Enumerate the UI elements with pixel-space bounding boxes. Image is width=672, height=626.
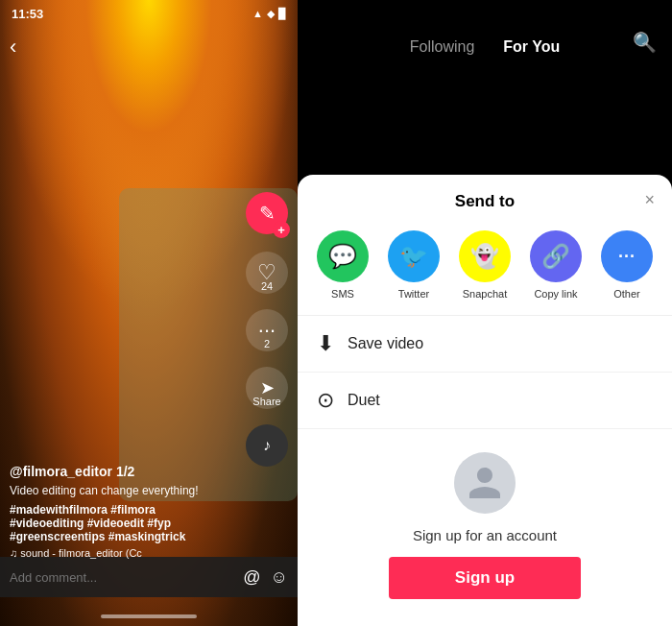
signup-button[interactable]: Sign up [389, 557, 581, 599]
back-button[interactable]: ‹ [10, 35, 16, 60]
video-description: Video editing can change everything! [10, 483, 240, 499]
share-sms[interactable]: 💬 SMS [314, 230, 372, 300]
wifi-icon: ▲ [252, 8, 263, 19]
share-other[interactable]: ··· Other [598, 230, 656, 300]
music-info: ♫ sound - filmora_editor (Cc [10, 547, 240, 559]
snapchat-label: Snapchat [463, 288, 507, 300]
user-silhouette-icon [466, 464, 504, 502]
duet-label: Duet [348, 392, 380, 409]
comment-input[interactable] [10, 570, 235, 585]
save-video-icon: ⬇ [317, 331, 334, 356]
other-label: Other [613, 288, 640, 300]
tab-for-you[interactable]: For You [503, 38, 560, 56]
edit-wrapper: ✎ + [246, 192, 288, 234]
sticker-icon[interactable]: ☺ [271, 567, 288, 588]
share-options-row: 💬 SMS 🐦 Twitter 👻 Snapchat 🔗 Copy link ·… [298, 223, 672, 315]
avatar-placeholder [454, 452, 516, 514]
twitter-label: Twitter [398, 288, 429, 300]
status-time: 11:53 [12, 7, 43, 21]
tab-following[interactable]: Following [410, 38, 475, 56]
save-video-label: Save video [348, 335, 423, 352]
share-label: Share [252, 396, 280, 407]
snapchat-icon: 👻 [459, 230, 511, 282]
heart-count: 24 [261, 280, 273, 292]
share-snapchat[interactable]: 👻 Snapchat [456, 230, 514, 300]
hashtags: #madewithfilmora #filmora #videoediting … [10, 503, 240, 543]
dots-section: ··· 2 [246, 309, 288, 349]
share-twitter[interactable]: 🐦 Twitter [385, 230, 443, 300]
emoji-icon[interactable]: @ [243, 567, 260, 588]
status-icons: ▲ ◆ ▉ [252, 8, 286, 20]
signal-icon: ◆ [267, 8, 275, 20]
home-indicator [101, 614, 197, 618]
phone-panel: 11:53 ▲ ◆ ▉ ‹ ✎ + ♡ 24 ··· 2 ➤ Share ♪ @… [0, 0, 298, 626]
duet-icon: ⊙ [317, 388, 334, 413]
other-icon: ··· [601, 230, 653, 282]
username: @filmora_editor 1/2 [10, 464, 240, 479]
search-icon[interactable]: 🔍 [633, 31, 657, 54]
top-navigation: Following For You 🔍 [298, 0, 672, 67]
sms-icon: 💬 [317, 230, 369, 282]
sheet-header: Send to × [298, 175, 672, 223]
heart-section: ♡ 24 [246, 252, 288, 292]
video-info: @filmora_editor 1/2 Video editing can ch… [10, 464, 240, 559]
battery-icon: ▉ [278, 8, 286, 20]
right-panel: Following For You 🔍 Send to × 💬 SMS 🐦 Tw… [298, 0, 672, 626]
sheet-close-button[interactable]: × [644, 190, 655, 210]
music-disc-button[interactable]: ♪ [246, 424, 288, 467]
duet-button[interactable]: ⊙ Duet [298, 373, 672, 429]
copylink-icon: 🔗 [530, 230, 582, 282]
right-actions: ✎ + ♡ 24 ··· 2 ➤ Share ♪ [246, 192, 288, 467]
sheet-title: Send to [455, 192, 515, 211]
plus-badge: + [273, 221, 290, 238]
status-bar: 11:53 ▲ ◆ ▉ [0, 0, 298, 27]
send-to-sheet: Send to × 💬 SMS 🐦 Twitter 👻 Snapchat 🔗 C… [298, 175, 672, 626]
dots-count: 2 [264, 338, 270, 349]
sms-label: SMS [331, 288, 354, 300]
twitter-icon: 🐦 [388, 230, 440, 282]
copylink-label: Copy link [534, 288, 577, 300]
signup-section: Sign up for an account Sign up [298, 429, 672, 626]
comment-icons: @ ☺ [243, 567, 288, 588]
save-video-button[interactable]: ⬇ Save video [298, 316, 672, 373]
signup-prompt: Sign up for an account [413, 527, 557, 543]
comment-bar: @ ☺ [0, 557, 298, 597]
share-section: ➤ Share [246, 367, 288, 407]
share-copylink[interactable]: 🔗 Copy link [527, 230, 585, 300]
